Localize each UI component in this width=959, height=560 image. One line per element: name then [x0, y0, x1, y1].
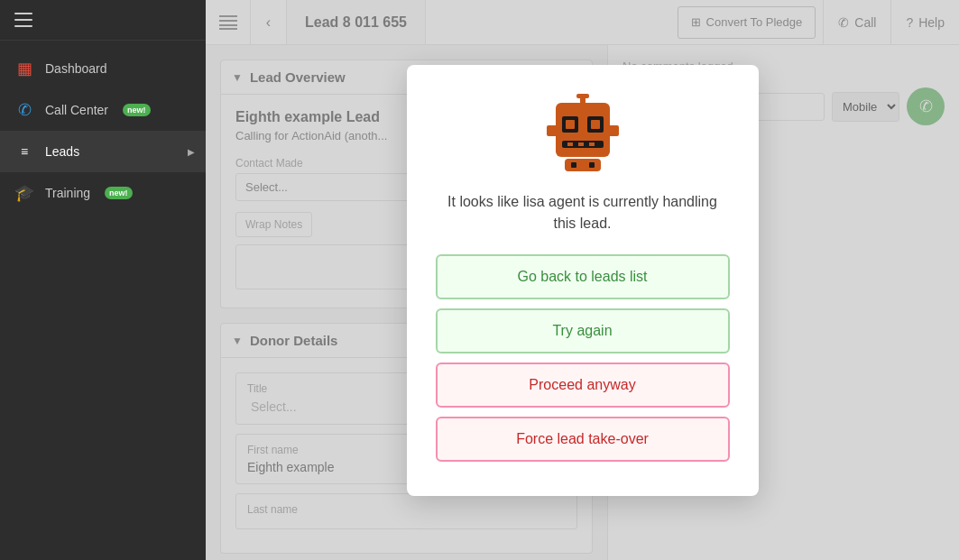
conflict-modal: It looks like lisa agent is currently ha… — [407, 65, 759, 496]
svg-rect-17 — [565, 159, 601, 171]
dashboard-icon: ▦ — [14, 59, 34, 78]
svg-rect-16 — [608, 125, 619, 136]
sidebar-item-dashboard[interactable]: ▦ Dashboard — [0, 48, 206, 89]
call-center-badge: new! — [123, 104, 151, 116]
go-back-to-leads-button[interactable]: Go back to leads list — [436, 254, 730, 299]
sidebar-item-leads[interactable]: ≡ Leads — [0, 131, 206, 172]
modal-message: It looks like lisa agent is currently ha… — [436, 191, 730, 234]
sidebar-nav: ▦ Dashboard ✆ Call Center new! ≡ Leads 🎓… — [0, 41, 206, 560]
proceed-anyway-button[interactable]: Proceed anyway — [436, 363, 730, 408]
sidebar-item-label: Call Center — [45, 103, 108, 117]
sidebar-header — [0, 0, 206, 41]
sidebar-item-call-center[interactable]: ✆ Call Center new! — [0, 89, 206, 131]
svg-rect-15 — [547, 125, 558, 136]
svg-rect-10 — [567, 142, 573, 146]
main-area: ‹ Lead 8 011 655 ⊞ Convert To Pledge ✆ C… — [206, 0, 959, 560]
sidebar-item-training[interactable]: 🎓 Training new! — [0, 172, 206, 214]
callcenter-icon: ✆ — [14, 100, 34, 120]
svg-rect-8 — [591, 120, 600, 129]
svg-rect-11 — [578, 142, 584, 146]
training-badge: new! — [105, 187, 133, 199]
svg-rect-18 — [571, 162, 576, 168]
leads-icon: ≡ — [14, 142, 34, 161]
svg-rect-7 — [566, 120, 575, 129]
svg-rect-19 — [589, 162, 595, 168]
sidebar-item-label: Dashboard — [45, 61, 107, 76]
svg-rect-14 — [576, 94, 589, 98]
sidebar-item-label: Training — [45, 186, 90, 200]
modal-overlay: It looks like lisa agent is currently ha… — [206, 0, 959, 560]
force-takeover-button[interactable]: Force lead take-over — [436, 417, 730, 462]
agent-conflict-icon — [542, 94, 623, 175]
sidebar-item-label: Leads — [45, 144, 79, 159]
training-icon: 🎓 — [14, 183, 34, 203]
hamburger-icon[interactable] — [14, 13, 32, 27]
try-again-button[interactable]: Try again — [436, 308, 730, 353]
sidebar: ▦ Dashboard ✆ Call Center new! ≡ Leads 🎓… — [0, 0, 206, 560]
svg-rect-12 — [589, 142, 595, 146]
